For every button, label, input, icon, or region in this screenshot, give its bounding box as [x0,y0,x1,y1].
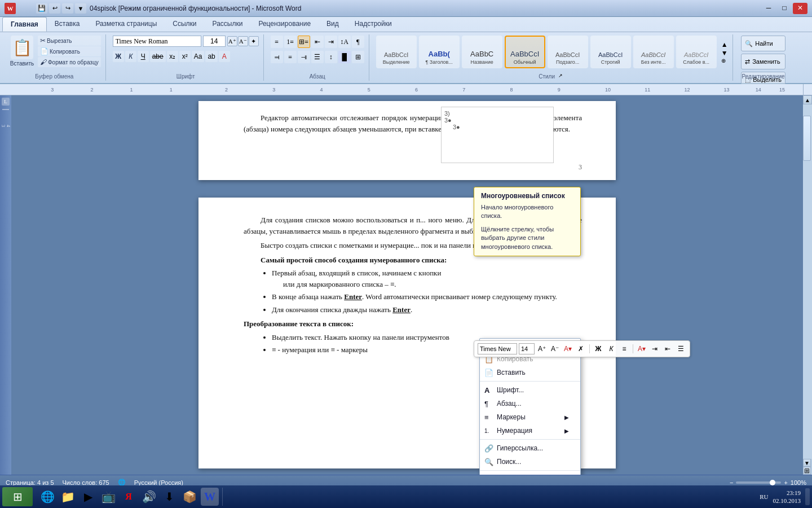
redo-qat-btn[interactable]: ↪ [62,3,73,14]
tab-home[interactable]: Главная [2,17,47,32]
tab-addins[interactable]: Надстройки [347,17,400,32]
font-color-btn[interactable]: A [219,51,230,62]
multilevel-btn[interactable]: ⊞≡ [298,36,310,48]
replace-btn[interactable]: ⇄ Заменить [741,54,785,69]
mini-indent-btn[interactable]: ⇥ [649,343,660,354]
scroll-track[interactable] [803,104,812,459]
mini-grow-btn[interactable]: A⁺ [536,343,548,354]
scroll-up-btn[interactable]: ▲ [803,95,812,104]
mini-list-btn[interactable]: ☰ [675,343,686,354]
style-title[interactable]: AaBbC Название [462,36,502,68]
style-normal[interactable]: AaBbCcI Обычный [505,36,545,68]
justify-btn[interactable]: ☰ [311,51,324,63]
ctx-search[interactable]: 🔍 Поиск... [480,455,580,468]
styles-scroll-up[interactable]: ▲ [721,41,728,49]
ctx-paragraph[interactable]: ¶ Абзац... [480,397,580,410]
explorer-icon[interactable]: 📁 [59,488,77,506]
ctx-paste[interactable]: 📄 Вставить [480,366,580,379]
clear-format-btn[interactable]: ✦ [249,36,259,46]
tab-mailings[interactable]: Рассылки [205,17,251,32]
font-name-input[interactable] [113,36,201,47]
style-heading1[interactable]: AaBb( ¶ Заголов... [419,36,460,68]
subscript-btn[interactable]: x₂ [167,51,178,62]
ctx-numbering[interactable]: 1. Нумерация ▶ [480,424,580,437]
taskbar-icon-4[interactable]: 📺 [99,488,117,506]
undo-qat-btn[interactable]: ↩ [49,3,60,14]
mini-shrink-btn[interactable]: A⁻ [549,343,561,354]
style-no-spacing[interactable]: AaBbCcI Без инте... [633,36,674,68]
superscript-btn[interactable]: x² [179,51,191,62]
start-button[interactable]: ⊞ [2,487,33,506]
strikethrough-btn[interactable]: abe [150,51,166,62]
show-marks-btn[interactable]: ¶ [352,36,364,48]
borders-btn[interactable]: ⊞ [352,51,364,63]
media-icon[interactable]: ▶ [79,488,97,506]
style-subtitle[interactable]: AaBbCcI Подзаго... [548,36,588,68]
align-right-btn[interactable]: ⫣ [298,51,310,63]
mini-outdent-btn[interactable]: ⇤ [662,343,673,354]
tab-references[interactable]: Ссылки [165,17,204,32]
increase-indent-btn[interactable]: ⇥ [325,36,337,48]
minimize-btn[interactable]: ─ [761,3,776,14]
case-btn[interactable]: Aa [192,51,205,62]
ctx-hyperlink[interactable]: 🔗 Гиперссылка... [480,441,580,455]
ctx-font[interactable]: A Шрифт... [480,383,580,397]
close-btn[interactable]: ✕ [793,3,807,14]
scroll-resize-btn[interactable]: ⊞ [803,467,811,475]
font-grow-btn[interactable]: A⁺ [227,36,237,46]
shading-btn[interactable]: █ [338,51,351,63]
mini-size-input[interactable] [519,343,535,354]
sidebar-btn-1[interactable]: L [2,98,10,106]
speaker-icon[interactable]: 🔊 [140,488,158,506]
scroll-thumb[interactable] [803,116,811,161]
download-icon[interactable]: ⬇ [160,488,178,506]
tab-page-layout[interactable]: Разметка страницы [87,17,165,32]
paste-button[interactable]: 📋 Вставить [8,36,36,67]
mini-center-btn[interactable]: ≡ [619,343,630,354]
mini-bold-btn[interactable]: Ж [593,343,604,354]
align-center-btn[interactable]: ≡ [284,51,297,63]
ctx-bullets[interactable]: ≡ Маркеры ▶ [480,410,580,424]
style-selection[interactable]: AaBbCcI Выделение [376,36,417,68]
styles-dialog-launcher[interactable]: ↗ [558,73,565,80]
highlight-btn[interactable]: ab [205,51,217,62]
show-desktop-btn[interactable] [805,488,810,505]
align-left-btn[interactable]: ⫤ [271,51,283,63]
mini-italic-btn[interactable]: К [606,343,617,354]
cut-button[interactable]: ✂Вырезать [38,36,101,46]
font-shrink-btn[interactable]: A⁻ [238,36,248,46]
taskbar-icon-7[interactable]: 📦 [180,488,198,506]
find-btn[interactable]: 🔍 Найти [741,36,785,51]
decrease-indent-btn[interactable]: ⇤ [311,36,324,48]
ie-icon[interactable]: 🌐 [38,488,56,506]
italic-btn[interactable]: К [125,51,136,62]
sort-btn[interactable]: ↕A [338,36,351,48]
mini-font-input[interactable] [478,343,517,354]
save-qat-btn[interactable]: 💾 [36,3,47,14]
styles-more[interactable]: ⊕ [721,58,728,64]
qat-dropdown[interactable]: ▼ [75,3,86,14]
style-weak[interactable]: AaBbCcI Слабое в... [676,36,717,68]
line-spacing-btn[interactable]: ↕ [325,51,337,63]
ctx-synonyms[interactable]: Синонимы ▶ [480,472,580,475]
bullets-btn[interactable]: ≡ [271,36,283,48]
format-painter-button[interactable]: 🖌Формат по образцу [38,57,101,67]
copy-button[interactable]: 📄Копировать [38,46,101,56]
font-size-input[interactable] [203,36,226,47]
zoom-thumb[interactable] [770,480,775,485]
zoom-plus-btn[interactable]: + [784,479,787,486]
word-task-icon[interactable]: W [201,488,219,506]
styles-scroll-down[interactable]: ▼ [721,49,728,58]
yandex-icon[interactable]: Я [120,488,138,506]
maximize-btn[interactable]: □ [777,3,792,14]
scroll-down-btn[interactable]: ▼ [803,459,811,467]
tab-review[interactable]: Рецензирование [250,17,319,32]
tab-insert[interactable]: Вставка [47,17,88,32]
underline-btn[interactable]: Ч [138,51,149,62]
mini-color-btn[interactable]: A▾ [562,343,573,354]
zoom-minus-btn[interactable]: − [730,479,733,486]
bold-btn[interactable]: Ж [113,51,124,62]
numbering-btn[interactable]: 1≡ [284,36,297,48]
style-strict[interactable]: AaBbCcI Строгий [590,36,631,68]
mini-clear-btn[interactable]: ✗ [575,343,586,354]
